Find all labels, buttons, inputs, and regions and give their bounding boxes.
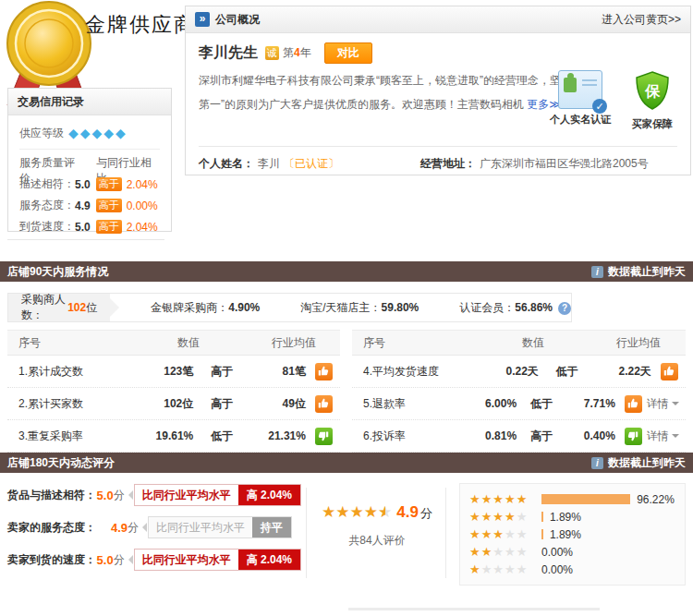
personal-cert: ✓ 个人实名认证 <box>550 70 611 131</box>
table-header: 序号 数值 行业均值 <box>7 330 340 356</box>
table-header: 序号 数值 行业均值 <box>352 330 686 356</box>
stat-taobao-tmall-owners: 淘宝/天猫店主：59.80% <box>300 300 419 316</box>
rating-row: 卖家的服务态度： 4.9分 比同行业平均水平持平 <box>7 516 301 538</box>
gold-supplier-title: 金牌供应商 <box>85 11 196 39</box>
member-year: 第4年 <box>283 45 311 61</box>
company-description: 深圳市利耀华电子科技有限公司秉承“顾客至上，锐意进取”的经营理念，坚持“客户第一… <box>199 68 607 116</box>
vertical-divider <box>445 488 446 578</box>
address-label: 经营地址： <box>420 156 476 172</box>
stat-gold-silver-buyers: 金银牌采购商：4.90% <box>151 300 260 316</box>
service-table-right: 序号 数值 行业均值 4.平均发货速度0.22天 低于2.22天 5.退款率6.… <box>352 330 686 453</box>
distribution-row: ★★★★★ 1.89% <box>469 525 675 543</box>
chengxintong-badge-icon: 诚 <box>265 46 279 60</box>
buyer-protection: 保 买家保障 <box>622 70 683 131</box>
thumb-up-icon <box>661 363 678 380</box>
star-rating-icons: ★★★★★ <box>469 510 541 524</box>
table-row: 1.累计成交数123笔 高于81笔 <box>7 356 340 388</box>
panel-arrow-icon: » <box>195 12 210 27</box>
table-row: 2.累计买家数102位 高于49位 <box>7 388 340 420</box>
higher-badge: 高于 <box>96 199 122 212</box>
service-table-left: 序号 数值 行业均值 1.累计成交数123笔 高于81笔 2.累计买家数102位… <box>7 330 340 453</box>
higher-badge: 高于 <box>96 177 122 191</box>
thumb-down-icon <box>315 428 333 445</box>
person-name: 李川先生 <box>199 43 258 63</box>
detail-link[interactable]: 详情 <box>647 429 686 444</box>
detail-link[interactable]: 详情 <box>647 396 686 412</box>
distribution-bar <box>541 494 630 504</box>
star-rating-icons: ★★★★★ <box>469 527 541 541</box>
thumb-up-icon <box>315 395 333 413</box>
company-overview-panel: » 公司概况 进入公司黄页>> 李川先生 诚 第4年 对比 深圳市利耀华电子科技… <box>185 6 691 175</box>
company-page-link[interactable]: 进入公司黄页>> <box>602 6 681 32</box>
table-row: 5.退款率6.00% 低于7.71% 详情 <box>352 388 686 420</box>
person-name-value: 李川 <box>258 156 280 172</box>
verified-tag: 〔已认证〕 <box>284 156 339 172</box>
distribution-row: ★★★★★ 1.89% <box>469 508 675 525</box>
thumb-down-icon <box>625 428 642 445</box>
dynamic-ratings: 货品与描述相符： 5.0分 比同行业平均水平高 2.04% 卖家的服务态度： 4… <box>7 484 301 581</box>
star-rating-icons: ★★★★★ <box>469 562 541 576</box>
buyer-protection-label: 买家保障 <box>622 117 683 131</box>
company-divider <box>199 146 677 147</box>
section-90day-title: 店铺90天内服务情况 <box>7 264 108 280</box>
info-icon: i <box>591 457 603 469</box>
data-cutoff-note: 数据截止到昨天 <box>608 264 686 280</box>
overall-rating: ★★★★★★4.9分 共84人评价 <box>312 502 442 549</box>
rating-row: 货品与描述相符： 5.0分 比同行业平均水平高 2.04% <box>7 484 301 506</box>
compare-badge: 持平 <box>252 517 291 537</box>
supplier-profile-page: 金牌供应商 » 公司概况 进入公司黄页>> 李川先生 诚 第4年 对比 深圳市利… <box>0 0 693 616</box>
section-180day-header: 店铺180天内动态评分 i 数据截止到昨天 <box>0 453 693 473</box>
quality-col-header: 服务质量评价 <box>19 155 83 174</box>
rating-distribution: ★★★★★ 96.22% ★★★★★ 1.89% ★★★★★ 1.89% ★★★… <box>459 483 686 586</box>
help-icon[interactable]: ? <box>558 302 571 315</box>
vertical-divider <box>306 488 307 578</box>
higher-badge: 高于 <box>96 220 122 234</box>
id-card-icon: ✓ <box>558 70 602 109</box>
company-panel-title: 公司概况 <box>215 6 260 32</box>
personal-cert-label: 个人实名认证 <box>550 113 611 127</box>
thumb-up-icon <box>625 395 642 413</box>
bottom-divider <box>348 608 600 610</box>
caret-down-icon <box>672 402 679 405</box>
sidebar-divider <box>7 239 164 240</box>
address-value: 广东深圳市福田区华强北路2005号 <box>480 156 649 172</box>
section-90day-header: 店铺90天内服务情况 i 数据截止到昨天 <box>0 261 693 282</box>
rating-row: 卖家到货的速度： 5.0分 比同行业平均水平高 2.04% <box>7 549 301 571</box>
credit-panel-title: 交易信用记录 <box>8 89 171 115</box>
star-rating-icons: ★★★★★ <box>469 545 541 559</box>
company-panel-header: » 公司概况 进入公司黄页>> <box>186 6 690 33</box>
review-count: 共84人评价 <box>312 533 442 549</box>
certification-badges: ✓ 个人实名认证 保 买家保障 <box>550 70 683 131</box>
credit-row-describe: 描述相符：5.0 高于2.04% <box>19 174 160 195</box>
info-icon: i <box>591 266 603 278</box>
table-row: 4.平均发货速度0.22天 低于2.22天 <box>352 356 686 388</box>
credit-row-delivery: 到货速度：5.0 高于2.04% <box>19 216 160 237</box>
distribution-bar <box>541 529 543 539</box>
person-name-label: 个人姓名： <box>199 156 254 172</box>
credit-divider <box>19 149 160 150</box>
compare-button[interactable]: 对比 <box>324 42 372 64</box>
star-rating-icons: ★★★★★ <box>469 492 541 506</box>
star-rating-icons: ★★★★★★ <box>322 503 392 521</box>
svg-text:保: 保 <box>644 83 661 99</box>
industry-col-header: 与同行业相比 <box>96 155 160 174</box>
table-row: 6.投诉率0.81% 高于0.40% 详情 <box>352 420 686 453</box>
distribution-bar <box>541 512 543 522</box>
stat-buyer-count: 采购商人数：102位 <box>8 294 110 321</box>
caret-down-icon <box>672 434 679 438</box>
compare-badge: 高 2.04% <box>238 485 300 505</box>
buyer-stats-strip: 采购商人数：102位 金银牌采购商：4.90% 淘宝/天猫店主：59.80% 认… <box>7 293 572 322</box>
shield-icon: 保 <box>633 70 672 111</box>
compare-badge: 高 2.04% <box>238 550 300 570</box>
credit-row-service: 服务态度：4.9 高于0.00% <box>19 195 160 216</box>
table-row: 3.重复采购率19.61% 低于21.31% <box>7 420 340 453</box>
diamond-rating-icons: ◆◆◆◆◆ <box>68 126 128 140</box>
section-180day-title: 店铺180天内动态评分 <box>7 455 115 471</box>
stat-certified-members: 认证会员：56.86%? <box>459 300 571 316</box>
supply-level-label: 供应等级 <box>19 126 64 141</box>
credit-record-panel: 交易信用记录 供应等级 ◆◆◆◆◆ 服务质量评价 与同行业相比 描述相符：5.0… <box>7 88 172 232</box>
data-cutoff-note: 数据截止到昨天 <box>608 455 686 471</box>
distribution-row: ★★★★★ 0.00% <box>469 543 675 561</box>
distribution-row: ★★★★★ 96.22% <box>469 490 675 508</box>
distribution-row: ★★★★★ 0.00% <box>469 561 675 578</box>
